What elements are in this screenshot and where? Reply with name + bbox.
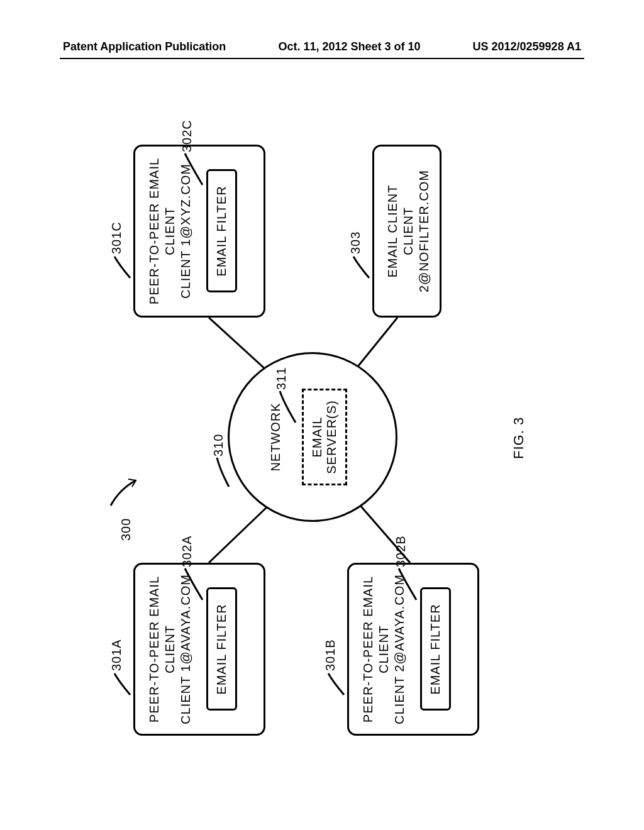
email-server-box: EMAIL SERVER(S)	[302, 389, 347, 485]
box-d-line2: CLIENT 2@NOFILTER.COM	[401, 154, 432, 308]
box-c-filter-ref: 302C	[184, 151, 208, 189]
server-ref: 311	[278, 390, 300, 428]
page: Patent Application Publication Oct. 11, …	[0, 0, 644, 830]
box-d-line1: EMAIL CLIENT	[385, 154, 401, 308]
figure-rotated-container: NETWORK EMAIL SERVER(S) 310 311 PEER-TO-…	[96, 126, 548, 755]
box-c-ref: 301C	[113, 253, 135, 284]
box-b-line1: PEER-TO-PEER EMAIL	[360, 572, 376, 726]
header-left: Patent Application Publication	[63, 40, 226, 53]
box-a-ref: 301A	[113, 670, 135, 701]
box-c-line2: CLIENT	[162, 154, 178, 308]
header-center: Oct. 11, 2012 Sheet 3 of 10	[278, 40, 420, 53]
email-client-d: EMAIL CLIENT CLIENT 2@NOFILTER.COM	[372, 145, 441, 318]
box-a-filter-label: EMAIL FILTER	[214, 604, 228, 694]
figure-label: FIG. 3	[511, 417, 527, 459]
box-a-line2: CLIENT	[162, 572, 178, 726]
box-d-ref: 303	[352, 253, 374, 284]
header-rule	[60, 58, 584, 59]
network-node: NETWORK EMAIL SERVER(S)	[228, 352, 397, 522]
header-right: US 2012/0259928 A1	[473, 40, 581, 53]
box-b-filter-label: EMAIL FILTER	[428, 604, 442, 694]
box-b-ref: 301B	[327, 670, 349, 701]
system-ref: 300	[107, 470, 145, 541]
box-b-filter: EMAIL FILTER	[420, 588, 451, 711]
box-b-line2: CLIENT	[376, 572, 392, 726]
box-c-line1: PEER-TO-PEER EMAIL	[147, 154, 162, 308]
email-server-label: EMAIL SERVER(S)	[310, 400, 338, 474]
box-c-filter-label: EMAIL FILTER	[214, 185, 228, 276]
figure-stage: NETWORK EMAIL SERVER(S) 310 311 PEER-TO-…	[96, 126, 548, 755]
box-a-filter-ref: 302A	[184, 566, 208, 604]
network-ref: 310	[215, 456, 233, 494]
box-a-filter: EMAIL FILTER	[206, 588, 237, 711]
page-header: Patent Application Publication Oct. 11, …	[63, 40, 581, 53]
box-c-filter: EMAIL FILTER	[206, 170, 237, 293]
box-b-filter-ref: 302B	[397, 566, 422, 604]
arrow-down-right-icon	[107, 470, 145, 508]
box-a-line1: PEER-TO-PEER EMAIL	[147, 572, 162, 726]
